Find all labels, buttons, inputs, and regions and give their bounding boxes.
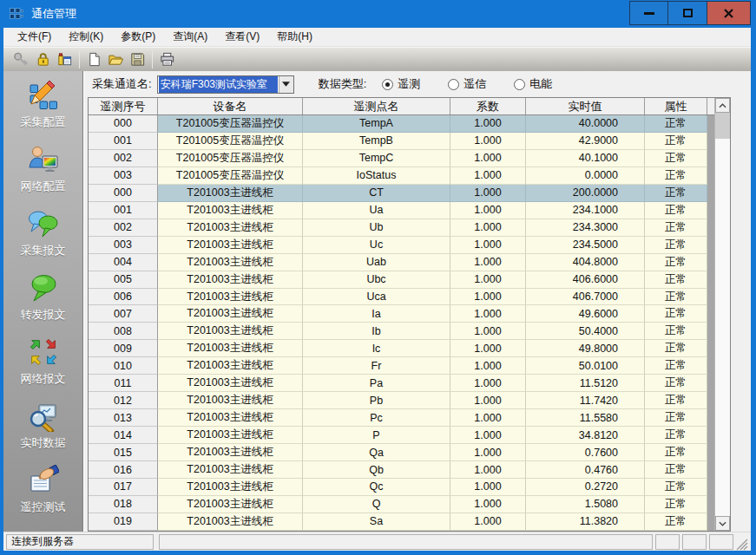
- menu-item[interactable]: 控制(K): [60, 27, 112, 47]
- sidebar-item-collect-message[interactable]: 采集报文: [3, 208, 82, 272]
- column-header-device[interactable]: 设备名: [158, 98, 303, 114]
- menu-item[interactable]: 查看(V): [216, 27, 268, 47]
- cell-point: Ib: [303, 323, 450, 340]
- cell-seq: 009: [89, 340, 158, 357]
- cell-attr: 正常: [645, 375, 707, 392]
- column-header-seq[interactable]: 遥测序号: [89, 98, 158, 114]
- cell-value: 40.0000: [526, 115, 645, 133]
- cell-filler: [707, 323, 714, 340]
- table-row[interactable]: 001 T201003主进线柜 Ua 1.000 234.1000 正常: [89, 202, 714, 219]
- cell-device: T201003主进线柜: [158, 323, 303, 340]
- cell-point: Uca: [303, 289, 450, 306]
- sidebar-item-realtime-data[interactable]: 实时数据: [3, 401, 82, 465]
- table-row[interactable]: 005 T201003主进线柜 Ubc 1.000 406.6000 正常: [89, 271, 714, 289]
- cell-point: Qc: [303, 479, 450, 496]
- column-header-attr[interactable]: 属性: [645, 98, 707, 114]
- sidebar: 采集配置 网络配置 采集报文 转发报文: [3, 71, 83, 532]
- table-row[interactable]: 001 T201005变压器温控仪 TempB 1.000 42.9000 正常: [89, 133, 714, 150]
- sidebar-item-collect-config[interactable]: 采集配置: [3, 80, 82, 144]
- table-row[interactable]: 000 T201003主进线柜 CT 1.000 200.0000 正常: [89, 185, 714, 202]
- maximize-button[interactable]: [668, 1, 707, 25]
- cell-point: Uab: [303, 254, 450, 271]
- cell-value: 200.0000: [526, 185, 645, 202]
- cell-coef: 1.000: [450, 167, 526, 185]
- cell-device: T201003主进线柜: [158, 185, 303, 202]
- table-row[interactable]: 016 T201003主进线柜 Qb 1.000 0.4760 正常: [89, 461, 714, 479]
- menu-item[interactable]: 文件(F): [9, 27, 60, 47]
- table-row[interactable]: 006 T201003主进线柜 Uca 1.000 406.7000 正常: [89, 289, 714, 306]
- table-body: 000 T201005变压器温控仪 TempA 1.000 40.0000 正常…: [89, 115, 714, 531]
- close-button[interactable]: [707, 1, 751, 25]
- cell-coef: 1.000: [450, 392, 526, 409]
- cell-value: 50.0100: [526, 357, 645, 375]
- table-row[interactable]: 002 T201005变压器温控仪 TempC 1.000 40.1000 正常: [89, 150, 714, 167]
- cell-point: CT: [303, 185, 450, 202]
- cell-attr: 正常: [645, 496, 707, 513]
- sidebar-item-forward-message[interactable]: 转发报文: [3, 272, 82, 336]
- scroll-up-button[interactable]: [715, 98, 730, 113]
- cell-filler: [707, 496, 714, 513]
- column-header-point[interactable]: 遥测点名: [303, 98, 450, 114]
- new-file-icon[interactable]: [83, 49, 105, 69]
- cell-filler: [707, 237, 714, 254]
- table-row[interactable]: 008 T201003主进线柜 Ib 1.000 50.4000 正常: [89, 323, 714, 340]
- table-row[interactable]: 013 T201003主进线柜 Pc 1.000 11.5580 正常: [89, 409, 714, 427]
- table-row[interactable]: 000 T201005变压器温控仪 TempA 1.000 40.0000 正常: [89, 115, 714, 133]
- resize-grip-icon[interactable]: [736, 539, 748, 551]
- lock-icon[interactable]: [32, 49, 54, 69]
- combobox-dropdown-button[interactable]: [279, 76, 293, 93]
- cell-point: TempB: [303, 133, 450, 150]
- channel-combobox[interactable]: 安科瑞F303测试实验室: [157, 75, 294, 94]
- datatype-radio-option[interactable]: 电能: [514, 76, 552, 92]
- cell-point: IoStatus: [303, 167, 450, 185]
- column-header-coef[interactable]: 系数: [450, 98, 526, 114]
- scroll-down-button[interactable]: [715, 516, 730, 531]
- save-icon[interactable]: [127, 49, 148, 69]
- radio-label: 遥测: [398, 76, 420, 92]
- table-row[interactable]: 004 T201003主进线柜 Uab 1.000 404.8000 正常: [89, 254, 714, 271]
- menu-item[interactable]: 查询(A): [164, 27, 216, 47]
- toolbar-separator: [79, 51, 80, 69]
- cell-value: 11.7420: [526, 392, 645, 409]
- table-row[interactable]: 011 T201003主进线柜 Pa 1.000 11.5120 正常: [89, 375, 714, 392]
- table-row[interactable]: 019 T201003主进线柜 Sa 1.000 11.3820 正常: [89, 513, 714, 531]
- scrollbar-track[interactable]: [715, 139, 730, 516]
- minimize-button[interactable]: [629, 1, 668, 25]
- channel-controls: 采集通道名: 安科瑞F303测试实验室 数据类型: 遥测: [84, 71, 751, 97]
- sidebar-item-network-config[interactable]: 网络配置: [3, 144, 82, 208]
- sidebar-item-label: 网络报文: [21, 371, 66, 387]
- config-tool-icon[interactable]: [54, 49, 76, 69]
- table-row[interactable]: 009 T201003主进线柜 Ic 1.000 49.8000 正常: [89, 340, 714, 357]
- table-row[interactable]: 002 T201003主进线柜 Ub 1.000 234.3000 正常: [89, 219, 714, 237]
- cell-device: T201005变压器温控仪: [158, 115, 303, 133]
- sidebar-item-network-message[interactable]: 网络报文: [3, 336, 82, 401]
- menu-item[interactable]: 帮助(H): [268, 27, 321, 47]
- scrollbar-thumb[interactable]: [715, 113, 730, 139]
- cell-value: 49.8000: [526, 340, 645, 357]
- cell-point: Ub: [303, 219, 450, 237]
- cell-filler: [707, 513, 714, 531]
- cell-seq: 007: [89, 305, 158, 323]
- table-row[interactable]: 014 T201003主进线柜 P 1.000 34.8120 正常: [89, 427, 714, 444]
- print-icon[interactable]: [156, 49, 178, 69]
- table-row[interactable]: 012 T201003主进线柜 Pb 1.000 11.7420 正常: [89, 392, 714, 409]
- cell-value: 406.6000: [526, 271, 645, 289]
- cell-filler: [707, 115, 714, 133]
- datatype-radio-option[interactable]: 遥测: [382, 76, 420, 92]
- table-row[interactable]: 010 T201003主进线柜 Fr 1.000 50.0100 正常: [89, 357, 714, 375]
- table-row[interactable]: 018 T201003主进线柜 Q 1.000 1.5080 正常: [89, 496, 714, 513]
- table-row[interactable]: 015 T201003主进线柜 Qa 1.000 0.7600 正常: [89, 444, 714, 461]
- menu-item[interactable]: 参数(P): [112, 27, 164, 47]
- close-icon: [724, 9, 733, 18]
- table-row[interactable]: 003 T201005变压器温控仪 IoStatus 1.000 0.0000 …: [89, 167, 714, 185]
- table-row[interactable]: 007 T201003主进线柜 Ia 1.000 49.6000 正常: [89, 305, 714, 323]
- column-header-value[interactable]: 实时值: [526, 98, 645, 114]
- status-panel: [709, 534, 733, 550]
- open-file-icon[interactable]: [105, 49, 127, 69]
- key-icon[interactable]: [10, 49, 32, 69]
- datatype-radio-option[interactable]: 遥信: [448, 76, 486, 92]
- table-row[interactable]: 003 T201003主进线柜 Uc 1.000 234.5000 正常: [89, 237, 714, 254]
- vertical-scrollbar[interactable]: [714, 98, 730, 531]
- sidebar-item-remote-test[interactable]: 遥控测试: [3, 465, 82, 529]
- table-row[interactable]: 017 T201003主进线柜 Qc 1.000 0.2720 正常: [89, 479, 714, 496]
